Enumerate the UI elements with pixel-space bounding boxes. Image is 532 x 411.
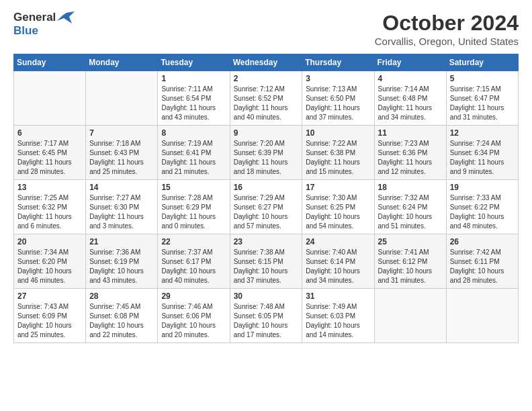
weekday-header-sunday: Sunday — [14, 54, 86, 71]
calendar-week-row: 20Sunrise: 7:34 AMSunset: 6:20 PMDayligh… — [14, 234, 519, 289]
day-info: Sunrise: 7:19 AMSunset: 6:41 PMDaylight:… — [161, 139, 226, 177]
calendar-cell: 7Sunrise: 7:18 AMSunset: 6:43 PMDaylight… — [86, 126, 158, 180]
day-info: Sunrise: 7:46 AMSunset: 6:06 PMDaylight:… — [161, 302, 226, 340]
day-number: 8 — [161, 128, 226, 138]
day-number: 6 — [17, 128, 82, 138]
calendar-cell: 9Sunrise: 7:20 AMSunset: 6:39 PMDaylight… — [230, 126, 302, 180]
day-number: 1 — [161, 74, 226, 83]
day-info: Sunrise: 7:37 AMSunset: 6:17 PMDaylight:… — [161, 248, 226, 285]
day-info: Sunrise: 7:18 AMSunset: 6:43 PMDaylight:… — [89, 139, 154, 177]
day-info: Sunrise: 7:48 AMSunset: 6:05 PMDaylight:… — [234, 302, 299, 340]
calendar-cell: 14Sunrise: 7:27 AMSunset: 6:30 PMDayligh… — [86, 180, 158, 234]
weekday-header-wednesday: Wednesday — [230, 54, 302, 71]
logo-bird-icon — [57, 11, 75, 24]
location-title: Corvallis, Oregon, United States — [375, 36, 519, 47]
day-info: Sunrise: 7:43 AMSunset: 6:09 PMDaylight:… — [17, 302, 82, 340]
logo: General Blue — [13, 11, 75, 38]
calendar-cell: 30Sunrise: 7:48 AMSunset: 6:05 PMDayligh… — [230, 289, 302, 343]
calendar-body: 1Sunrise: 7:11 AMSunset: 6:54 PMDaylight… — [14, 71, 519, 343]
day-number: 11 — [378, 128, 443, 138]
day-info: Sunrise: 7:12 AMSunset: 6:52 PMDaylight:… — [234, 85, 299, 122]
day-number: 14 — [89, 183, 154, 192]
day-number: 19 — [450, 183, 515, 192]
page-header: General Blue October 2024 Corvallis, Ore… — [13, 11, 519, 47]
calendar-cell — [86, 71, 158, 126]
month-title: October 2024 — [375, 11, 519, 36]
day-info: Sunrise: 7:22 AMSunset: 6:38 PMDaylight:… — [306, 139, 370, 177]
calendar-cell: 10Sunrise: 7:22 AMSunset: 6:38 PMDayligh… — [302, 126, 374, 180]
calendar-cell: 29Sunrise: 7:46 AMSunset: 6:06 PMDayligh… — [158, 289, 230, 343]
day-number: 16 — [234, 183, 299, 192]
day-number: 12 — [450, 128, 515, 138]
calendar-cell: 27Sunrise: 7:43 AMSunset: 6:09 PMDayligh… — [14, 289, 86, 343]
day-info: Sunrise: 7:11 AMSunset: 6:54 PMDaylight:… — [161, 85, 226, 122]
weekday-header-tuesday: Tuesday — [158, 54, 230, 71]
svg-marker-0 — [57, 11, 75, 24]
calendar-cell: 24Sunrise: 7:40 AMSunset: 6:14 PMDayligh… — [302, 234, 374, 289]
day-info: Sunrise: 7:15 AMSunset: 6:47 PMDaylight:… — [450, 85, 515, 122]
calendar-cell: 31Sunrise: 7:49 AMSunset: 6:03 PMDayligh… — [302, 289, 374, 343]
day-info: Sunrise: 7:41 AMSunset: 6:12 PMDaylight:… — [378, 248, 443, 285]
day-info: Sunrise: 7:36 AMSunset: 6:19 PMDaylight:… — [89, 248, 154, 285]
calendar-cell: 26Sunrise: 7:42 AMSunset: 6:11 PMDayligh… — [446, 234, 518, 289]
day-number: 22 — [161, 237, 226, 246]
day-number: 21 — [89, 237, 154, 246]
day-info: Sunrise: 7:14 AMSunset: 6:48 PMDaylight:… — [378, 85, 443, 122]
day-number: 4 — [378, 74, 443, 83]
calendar-cell: 11Sunrise: 7:23 AMSunset: 6:36 PMDayligh… — [374, 126, 446, 180]
day-info: Sunrise: 7:42 AMSunset: 6:11 PMDaylight:… — [450, 248, 515, 285]
day-info: Sunrise: 7:49 AMSunset: 6:03 PMDaylight:… — [306, 302, 370, 340]
day-number: 26 — [450, 237, 515, 246]
day-info: Sunrise: 7:17 AMSunset: 6:45 PMDaylight:… — [17, 139, 82, 177]
day-info: Sunrise: 7:34 AMSunset: 6:20 PMDaylight:… — [17, 248, 82, 285]
calendar-week-row: 6Sunrise: 7:17 AMSunset: 6:45 PMDaylight… — [14, 126, 519, 180]
weekday-header-saturday: Saturday — [446, 54, 518, 71]
day-number: 28 — [89, 291, 154, 301]
day-info: Sunrise: 7:33 AMSunset: 6:22 PMDaylight:… — [450, 193, 515, 231]
day-number: 27 — [17, 291, 82, 301]
day-info: Sunrise: 7:45 AMSunset: 6:08 PMDaylight:… — [89, 302, 154, 340]
calendar-cell: 28Sunrise: 7:45 AMSunset: 6:08 PMDayligh… — [86, 289, 158, 343]
calendar-week-row: 13Sunrise: 7:25 AMSunset: 6:32 PMDayligh… — [14, 180, 519, 234]
calendar-cell: 19Sunrise: 7:33 AMSunset: 6:22 PMDayligh… — [446, 180, 518, 234]
logo-blue: Blue — [13, 24, 38, 37]
day-number: 2 — [234, 74, 299, 83]
calendar-cell: 23Sunrise: 7:38 AMSunset: 6:15 PMDayligh… — [230, 234, 302, 289]
day-number: 29 — [161, 291, 226, 301]
day-info: Sunrise: 7:40 AMSunset: 6:14 PMDaylight:… — [306, 248, 370, 285]
calendar-cell — [374, 289, 446, 343]
calendar-cell: 16Sunrise: 7:29 AMSunset: 6:27 PMDayligh… — [230, 180, 302, 234]
calendar-cell: 3Sunrise: 7:13 AMSunset: 6:50 PMDaylight… — [302, 71, 374, 126]
calendar-cell — [446, 289, 518, 343]
calendar-cell — [14, 71, 86, 126]
day-info: Sunrise: 7:25 AMSunset: 6:32 PMDaylight:… — [17, 193, 82, 231]
calendar-cell: 25Sunrise: 7:41 AMSunset: 6:12 PMDayligh… — [374, 234, 446, 289]
day-info: Sunrise: 7:28 AMSunset: 6:29 PMDaylight:… — [161, 193, 226, 231]
day-info: Sunrise: 7:27 AMSunset: 6:30 PMDaylight:… — [89, 193, 154, 231]
day-info: Sunrise: 7:38 AMSunset: 6:15 PMDaylight:… — [234, 248, 299, 285]
day-number: 31 — [306, 291, 370, 301]
calendar-table: SundayMondayTuesdayWednesdayThursdayFrid… — [13, 54, 519, 343]
day-number: 3 — [306, 74, 370, 83]
calendar-cell: 17Sunrise: 7:30 AMSunset: 6:25 PMDayligh… — [302, 180, 374, 234]
weekday-header-friday: Friday — [374, 54, 446, 71]
title-block: October 2024 Corvallis, Oregon, United S… — [375, 11, 519, 47]
calendar-cell: 20Sunrise: 7:34 AMSunset: 6:20 PMDayligh… — [14, 234, 86, 289]
calendar-cell: 13Sunrise: 7:25 AMSunset: 6:32 PMDayligh… — [14, 180, 86, 234]
logo-general: General — [13, 11, 56, 24]
day-number: 5 — [450, 74, 515, 83]
day-info: Sunrise: 7:32 AMSunset: 6:24 PMDaylight:… — [378, 193, 443, 231]
calendar-cell: 1Sunrise: 7:11 AMSunset: 6:54 PMDaylight… — [158, 71, 230, 126]
day-number: 15 — [161, 183, 226, 192]
day-info: Sunrise: 7:29 AMSunset: 6:27 PMDaylight:… — [234, 193, 299, 231]
calendar-cell: 5Sunrise: 7:15 AMSunset: 6:47 PMDaylight… — [446, 71, 518, 126]
day-number: 23 — [234, 237, 299, 246]
day-number: 18 — [378, 183, 443, 192]
calendar-cell: 8Sunrise: 7:19 AMSunset: 6:41 PMDaylight… — [158, 126, 230, 180]
calendar-cell: 6Sunrise: 7:17 AMSunset: 6:45 PMDaylight… — [14, 126, 86, 180]
day-number: 10 — [306, 128, 370, 138]
calendar-cell: 2Sunrise: 7:12 AMSunset: 6:52 PMDaylight… — [230, 71, 302, 126]
weekday-header-row: SundayMondayTuesdayWednesdayThursdayFrid… — [14, 54, 519, 71]
day-number: 7 — [89, 128, 154, 138]
weekday-header-thursday: Thursday — [302, 54, 374, 71]
